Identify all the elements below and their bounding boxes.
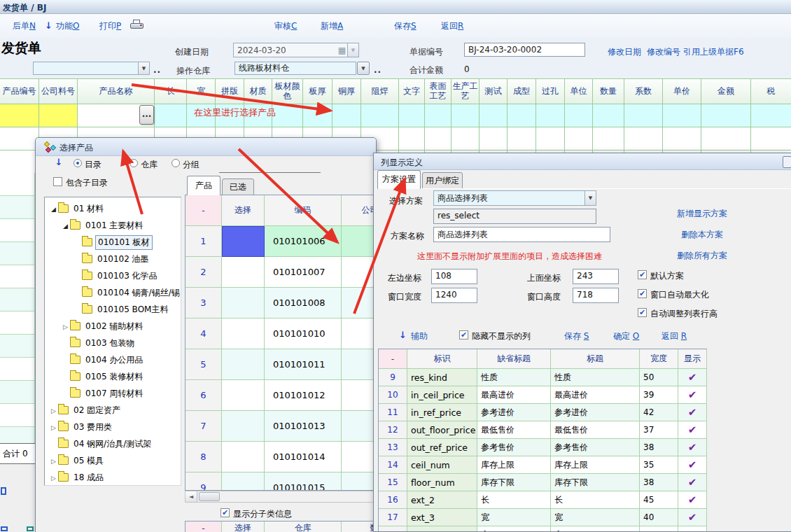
scheme-dropdown-icon[interactable]: ▼ xyxy=(584,191,596,205)
default-scheme-checkbox[interactable] xyxy=(638,270,647,279)
product-row[interactable]: 6 010101012 xyxy=(186,380,377,411)
product-select-cell[interactable] xyxy=(222,442,265,472)
main-grid-cell[interactable] xyxy=(701,104,751,127)
col-id[interactable]: 标识 xyxy=(407,349,477,369)
main-grid-cell[interactable] xyxy=(536,104,565,127)
main-grid-header-cell[interactable]: 铜厚 xyxy=(332,79,361,104)
coldef-row-index[interactable]: 10 xyxy=(379,386,407,404)
doc-no-input[interactable]: BJ-24-03-20-0002 xyxy=(464,43,585,57)
horizontal-scrollbar[interactable]: ◄ xyxy=(185,491,377,503)
coldef-default-title-cell[interactable]: 宽 xyxy=(477,509,551,526)
coldef-visible-cell[interactable]: ✔ xyxy=(678,369,707,386)
coldef-width-cell[interactable]: 38 xyxy=(640,439,678,456)
coldef-visible-cell[interactable]: ✔ xyxy=(678,456,707,474)
coldef-default-title-cell[interactable]: 最低售价 xyxy=(477,421,551,439)
product-select-cell[interactable] xyxy=(222,257,265,288)
coldef-title-cell[interactable]: 宽 xyxy=(551,509,640,526)
radio-warehouse[interactable] xyxy=(130,159,138,167)
expander-icon[interactable] xyxy=(49,405,58,415)
save-button[interactable]: 保存S xyxy=(394,20,416,32)
coldef-return-button[interactable]: 返回 R xyxy=(662,330,687,342)
ref-parent-doc-link[interactable]: 引用上级单据F6 xyxy=(683,46,744,58)
tree-node[interactable]: 0104 办公用品 xyxy=(45,351,181,368)
product-code-cell[interactable]: 010101014 xyxy=(265,442,342,472)
coldef-width-cell[interactable]: 39 xyxy=(640,386,678,404)
coldef-id-cell[interactable]: in_ref_price xyxy=(407,404,477,421)
printer-icon[interactable] xyxy=(130,20,144,29)
product-company-cell[interactable] xyxy=(342,288,377,318)
column-def-row[interactable]: 17 ext_3 宽 宽 40 ✔ xyxy=(379,509,706,526)
product-code-cell[interactable]: 010101008 xyxy=(265,288,342,318)
coldef-row-index[interactable]: 17 xyxy=(379,509,407,526)
coldef-width-cell[interactable]: 45 xyxy=(640,491,678,509)
main-grid-cell[interactable] xyxy=(0,150,39,174)
more-button[interactable]: .. xyxy=(153,65,161,75)
coldef-row-index[interactable]: 18 xyxy=(379,526,407,532)
win-height-input[interactable]: 718 xyxy=(573,288,619,303)
tree-node-label[interactable]: 0107 周转材料 xyxy=(83,387,145,400)
main-grid-cell[interactable] xyxy=(536,127,565,150)
tree-node-label[interactable]: 010103 化学品 xyxy=(95,270,160,283)
product-code-cell[interactable]: 010101010 xyxy=(265,318,342,349)
header-combo-dropdown-icon[interactable]: ▼ xyxy=(138,62,149,74)
product-company-cell[interactable] xyxy=(342,257,377,288)
coldef-id-cell[interactable]: in_ceil_price xyxy=(407,386,477,404)
coldef-default-title-cell[interactable]: 库存上限 xyxy=(477,456,551,474)
main-grid-cell[interactable] xyxy=(593,127,624,150)
coldef-width-cell[interactable]: 40 xyxy=(640,509,678,526)
main-grid-cell[interactable] xyxy=(39,104,78,127)
expander-icon[interactable] xyxy=(49,472,58,482)
product-select-cell[interactable] xyxy=(222,349,265,380)
tab-scheme-settings[interactable]: 方案设置 xyxy=(377,170,421,189)
main-grid-cell[interactable] xyxy=(361,104,399,127)
main-grid-cell[interactable] xyxy=(593,104,624,127)
main-grid-cell[interactable] xyxy=(507,127,536,150)
column-def-row[interactable]: 14 ceil_num 库存上限 库存上限 35 ✔ xyxy=(379,456,706,474)
tree-node[interactable]: 0103 包装物 xyxy=(45,335,181,351)
add-button[interactable]: 新增A xyxy=(321,20,343,32)
coldef-visible-cell[interactable]: ✔ xyxy=(678,474,707,491)
main-grid-header-cell[interactable]: 板厚 xyxy=(303,79,332,104)
tree-node[interactable]: 04 钢网/治具/测试架 xyxy=(45,435,181,452)
aux-down-arrow-icon[interactable]: ↓ xyxy=(399,330,407,340)
left-coord-input[interactable]: 108 xyxy=(431,269,477,284)
column-def-row[interactable]: 9 res_kind 性质 性质 50 ✔ xyxy=(379,369,706,386)
search-underline[interactable] xyxy=(219,172,321,173)
category-tree[interactable]: 01 材料 0101 主要材料 010101 板材 010102 油墨 xyxy=(44,197,181,486)
main-grid-header-cell[interactable]: 过孔 xyxy=(536,79,565,104)
header-combo[interactable]: ▼ xyxy=(33,62,150,75)
coldef-default-title-cell[interactable]: 高 xyxy=(477,526,551,532)
product-row[interactable]: 8 010101014 xyxy=(186,442,377,472)
scrollbar-thumb[interactable] xyxy=(199,492,220,501)
main-grid-header-cell[interactable]: 生产工艺 xyxy=(451,79,479,104)
product-col-index[interactable]: - xyxy=(186,195,222,226)
main-grid-cell[interactable] xyxy=(663,127,701,150)
product-select-cell[interactable] xyxy=(222,288,265,318)
expander-icon[interactable] xyxy=(49,456,58,465)
warehouse-dropdown-icon[interactable]: ▼ xyxy=(357,62,370,75)
coldef-id-cell[interactable]: out_ref_price xyxy=(407,439,477,456)
main-grid-header-cell[interactable]: 表面工艺 xyxy=(425,79,451,104)
stock-col-qty[interactable]: 数量 xyxy=(342,522,377,532)
filter-down-arrow-icon[interactable]: ↓ xyxy=(52,157,65,168)
column-def-row[interactable]: 11 in_ref_price 参考进价 参考进价 42 ✔ xyxy=(379,404,706,421)
main-grid-cell[interactable] xyxy=(425,104,451,127)
tree-node[interactable]: 02 固定资产 xyxy=(45,402,181,419)
return-button[interactable]: 返回R xyxy=(441,20,463,32)
main-grid-header-cell[interactable]: 数量 xyxy=(593,79,624,104)
coldef-id-cell[interactable]: res_kind xyxy=(407,369,477,386)
tab-products[interactable]: 产品 xyxy=(187,176,220,195)
coldef-title-cell[interactable]: 库存上限 xyxy=(551,456,640,474)
coldef-width-cell[interactable]: 37 xyxy=(640,421,678,439)
default-scheme-label[interactable]: 默认方案 xyxy=(650,270,684,282)
tree-node[interactable]: 010105 BOM主料 xyxy=(45,301,181,318)
coldef-visible-cell[interactable]: ✔ xyxy=(678,526,707,532)
coldef-title-cell[interactable]: 性质 xyxy=(551,369,640,386)
warehouse-more-button[interactable]: .. xyxy=(374,65,382,75)
product-row-index[interactable]: 6 xyxy=(186,380,222,411)
main-grid-header-cell[interactable]: 材质 xyxy=(244,79,272,104)
product-company-cell[interactable] xyxy=(342,472,377,491)
coldef-row-index[interactable]: 16 xyxy=(379,491,407,509)
stock-col-select[interactable]: 选择 xyxy=(222,522,265,532)
radio-warehouse-label[interactable]: 仓库 xyxy=(141,159,158,171)
